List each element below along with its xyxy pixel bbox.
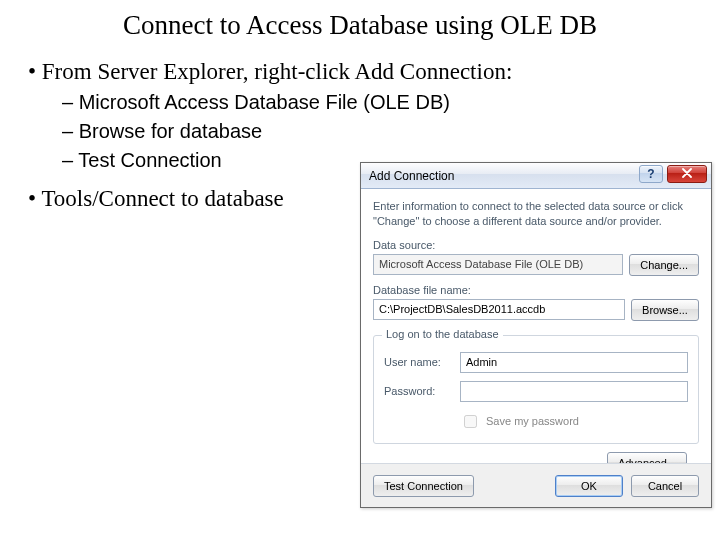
filename-label: Database file name: — [373, 284, 699, 296]
change-button[interactable]: Change... — [629, 254, 699, 276]
logon-groupbox: Log on to the database User name: Passwo… — [373, 335, 699, 444]
password-label: Password: — [384, 385, 452, 397]
close-icon — [682, 167, 692, 181]
dialog-body: Enter information to connect to the sele… — [361, 189, 711, 474]
browse-button[interactable]: Browse... — [631, 299, 699, 321]
titlebar: Add Connection ? — [361, 163, 711, 189]
ok-button[interactable]: OK — [555, 475, 623, 497]
logon-legend: Log on to the database — [382, 328, 503, 340]
cancel-button[interactable]: Cancel — [631, 475, 699, 497]
help-button[interactable]: ? — [639, 165, 663, 183]
dialog-footer: Test Connection OK Cancel — [361, 463, 711, 507]
sub-list: Microsoft Access Database File (OLE DB) … — [62, 91, 720, 172]
save-password-checkbox[interactable] — [464, 415, 477, 428]
slide-title: Connect to Access Database using OLE DB — [0, 0, 720, 41]
datasource-field — [373, 254, 623, 275]
sub-item: Microsoft Access Database File (OLE DB) — [62, 91, 720, 114]
bullet-item: From Server Explorer, right-click Add Co… — [28, 59, 720, 85]
username-field[interactable] — [460, 352, 688, 373]
sub-item: Browse for database — [62, 120, 720, 143]
filename-field[interactable] — [373, 299, 625, 320]
username-label: User name: — [384, 356, 452, 368]
dialog-title: Add Connection — [369, 169, 454, 183]
password-field[interactable] — [460, 381, 688, 402]
test-connection-button[interactable]: Test Connection — [373, 475, 474, 497]
close-button[interactable] — [667, 165, 707, 183]
instruction-text: Enter information to connect to the sele… — [373, 199, 699, 229]
datasource-label: Data source: — [373, 239, 699, 251]
help-icon: ? — [647, 167, 654, 181]
add-connection-dialog: Add Connection ? Enter information to co… — [360, 162, 712, 508]
save-password-label: Save my password — [486, 415, 579, 427]
